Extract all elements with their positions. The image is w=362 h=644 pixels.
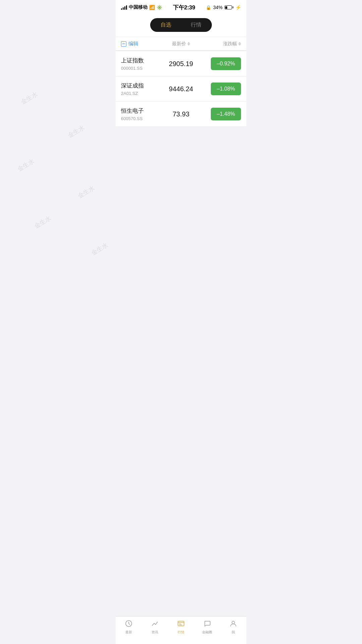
edit-button[interactable]: ✏ 编辑 [121, 41, 161, 47]
price-sort-icon [187, 42, 190, 46]
change-badge-2: –1.48% [211, 108, 241, 120]
stock-change-0: –0.92% [201, 57, 241, 70]
edit-label: 编辑 [128, 41, 138, 47]
stock-code-0: 000001.SS [121, 66, 161, 71]
edit-icon: ✏ [121, 41, 126, 47]
tab-switch-container: 自选 行情 [116, 15, 246, 37]
stock-row[interactable]: 深证成指 2A01.SZ 9446.24 –1.08% [116, 76, 246, 102]
tab-switch: 自选 行情 [150, 18, 212, 32]
carrier-label: 中国移动 [129, 4, 147, 10]
status-bar-time: 下午2:39 [173, 4, 195, 11]
wifi-icon: 📶 [149, 5, 155, 10]
change-sort-icon [238, 42, 241, 46]
price-header[interactable]: 最新价 [161, 41, 201, 47]
battery-percent: 34% [213, 5, 223, 10]
change-header[interactable]: 涨跌幅 [201, 41, 241, 47]
change-badge-1: –1.08% [211, 83, 241, 95]
change-badge-0: –0.92% [211, 57, 241, 70]
price-label: 最新价 [172, 41, 186, 47]
stock-info: 深证成指 2A01.SZ [121, 82, 161, 96]
stock-list: 上证指数 000001.SS 2905.19 –0.92% 深证成指 2A01.… [116, 51, 246, 127]
table-header: ✏ 编辑 最新价 涨跌幅 [116, 37, 246, 51]
stock-code-2: 600570.SS [121, 116, 161, 121]
stock-price-0: 2905.19 [161, 60, 201, 68]
status-bar: 中国移动 📶 ✳️ 下午2:39 🔒 34% ⚡ [116, 0, 246, 15]
empty-content-area [116, 127, 246, 283]
tab-market[interactable]: 行情 [181, 19, 211, 31]
signal-icon: ✳️ [157, 5, 162, 10]
stock-price-1: 9446.24 [161, 85, 201, 93]
signal-bars [121, 5, 127, 10]
stock-change-1: –1.08% [201, 83, 241, 95]
stock-name-1: 深证成指 [121, 82, 161, 90]
status-bar-right: 🔒 34% ⚡ [206, 5, 241, 10]
stock-change-2: –1.48% [201, 108, 241, 120]
status-bar-left: 中国移动 📶 ✳️ [121, 4, 162, 10]
lock-icon: 🔒 [206, 5, 211, 10]
tab-watchlist[interactable]: 自选 [151, 19, 181, 31]
stock-name-2: 恒生电子 [121, 107, 161, 115]
stock-info: 上证指数 000001.SS [121, 57, 161, 71]
stock-name-0: 上证指数 [121, 57, 161, 64]
battery-icon [225, 5, 233, 9]
charging-icon: ⚡ [235, 5, 241, 10]
stock-price-2: 73.93 [161, 110, 201, 118]
stock-row[interactable]: 恒生电子 600570.SS 73.93 –1.48% [116, 102, 246, 127]
stock-code-1: 2A01.SZ [121, 91, 161, 96]
stock-info: 恒生电子 600570.SS [121, 107, 161, 121]
stock-row[interactable]: 上证指数 000001.SS 2905.19 –0.92% [116, 51, 246, 76]
change-label: 涨跌幅 [223, 41, 237, 47]
